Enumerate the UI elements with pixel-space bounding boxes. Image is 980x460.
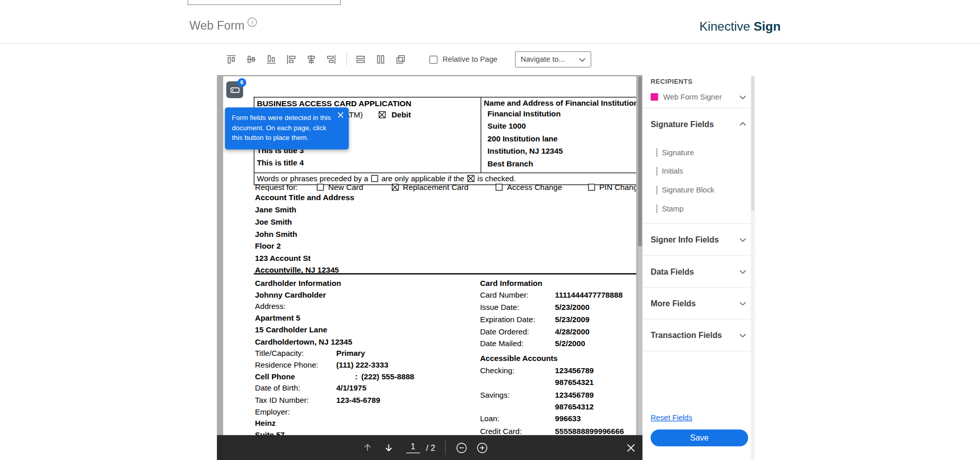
- match-size-icon[interactable]: [396, 55, 406, 65]
- field-item-initials[interactable]: Initials: [651, 162, 746, 181]
- field-label: Tax ID Number:: [255, 395, 336, 406]
- account-line: Floor 2: [255, 240, 355, 253]
- chevron-down-icon: [740, 237, 746, 242]
- field-label: Date Ordered:: [480, 326, 555, 338]
- replacement-card-checkbox: [391, 184, 398, 190]
- field-value: 5/23/2000: [555, 302, 590, 314]
- sidebar-scrollbar-thumb[interactable]: [751, 76, 754, 210]
- account-row: Savings:123456789987654312: [480, 389, 636, 414]
- page-number-input[interactable]: 1: [406, 442, 420, 453]
- match-width-icon[interactable]: [356, 55, 366, 65]
- fi-line: Financial Institution: [487, 108, 636, 120]
- viewer-bottom-bar: 1 / 2: [217, 435, 643, 460]
- relative-to-page-label: Relative to Page: [443, 55, 498, 64]
- zoom-in-icon[interactable]: [476, 442, 488, 453]
- atm-debit-line: (ATM) Debit: [342, 111, 478, 119]
- form-title-4: This is title 4: [257, 157, 478, 169]
- access-change-label: Access Change: [507, 183, 562, 192]
- account-line: John Smith: [255, 229, 355, 241]
- debit-label: Debit: [391, 111, 411, 119]
- chevron-down-icon: [740, 95, 746, 100]
- app-root: Web Form i Kinective Sign Relative to Pa…: [0, 0, 980, 460]
- brand-name: Kinective: [699, 19, 750, 33]
- card-information-section: Card Information Card Number:11114444777…: [480, 278, 636, 438]
- brand-logo: Kinective Sign: [699, 19, 780, 34]
- new-card-checkbox: [317, 184, 324, 190]
- account-number: 987654312: [555, 401, 594, 414]
- tooltip-close-icon[interactable]: [337, 112, 344, 118]
- toolbar-divider: [346, 53, 347, 65]
- section-data-fields: Data Fields: [643, 256, 755, 287]
- application-title: BUSINESS ACCESS CARD APPLICATION: [257, 100, 478, 108]
- field-colon: :: [355, 371, 361, 383]
- request-for-row: Request for: New Card Replacement Card A…: [255, 183, 636, 192]
- checked-checkbox: [468, 175, 474, 182]
- pin-change-label: PIN Change: [599, 183, 636, 192]
- align-bottom-icon[interactable]: [266, 55, 277, 65]
- replacement-card-label: Replacement Card: [403, 183, 469, 192]
- field-row: Date Ordered:4/28/2000: [480, 326, 636, 338]
- cardholder-header: Cardholder Information: [255, 278, 478, 289]
- brand-name-bold: Sign: [753, 19, 780, 33]
- field-value: Primary: [336, 348, 365, 359]
- place-fields-button[interactable]: 6: [226, 81, 243, 98]
- align-right-icon[interactable]: [326, 55, 336, 65]
- field-value: (222) 555-8888: [361, 371, 414, 383]
- account-line: Accountville, NJ 12345: [255, 265, 355, 277]
- transaction-fields-header[interactable]: Transaction Fields: [651, 320, 746, 351]
- address-line: Apartment 5: [255, 312, 478, 324]
- account-number: 123456789: [555, 365, 594, 377]
- field-item-label: Signature Block: [662, 186, 715, 195]
- fi-line: Suite 1000: [487, 120, 636, 132]
- page-title: Web Form: [189, 19, 244, 33]
- recipient-selector[interactable]: Web Form Signer: [651, 90, 746, 104]
- relative-to-page-checkbox[interactable]: [429, 55, 437, 63]
- signer-info-fields-header[interactable]: Signer Info Fields: [651, 224, 746, 255]
- navigate-to-value: Navigate to...: [521, 55, 565, 64]
- align-center-icon[interactable]: [306, 55, 316, 65]
- document-scrollbar-thumb[interactable]: [638, 76, 642, 246]
- zoom-out-icon[interactable]: [456, 442, 468, 453]
- request-option: New Card: [317, 183, 363, 192]
- more-fields-header[interactable]: More Fields: [651, 287, 746, 319]
- sidebar-scrollbar[interactable]: [751, 75, 755, 460]
- align-left-icon[interactable]: [286, 55, 297, 65]
- previous-page-icon[interactable]: [362, 443, 373, 453]
- align-top-icon[interactable]: [226, 55, 236, 65]
- sidebar-footer: Reset Fields Save: [651, 411, 748, 447]
- field-row: Issue Date:5/23/2000: [480, 302, 636, 314]
- access-change-checkbox: [496, 184, 502, 190]
- account-number: 123456789: [555, 389, 594, 401]
- field-label: Cell Phone: [255, 371, 355, 383]
- next-page-icon[interactable]: [384, 443, 394, 453]
- field-item-stamp[interactable]: Stamp: [651, 200, 746, 219]
- page-count-label: / 2: [426, 443, 435, 452]
- request-option: PIN Change: [588, 183, 636, 192]
- field-row: Card Number:1111444477778888: [480, 289, 636, 302]
- field-value: 1111444477778888: [555, 289, 623, 302]
- financial-institution-cell: Name and Address of Financial Institutio…: [481, 98, 636, 173]
- field-item-label: Stamp: [662, 204, 683, 213]
- reset-fields-link[interactable]: Reset Fields: [651, 413, 693, 422]
- account-title-address-section: Account Title and Address Jane Smith Joe…: [255, 193, 355, 277]
- new-card-label: New Card: [328, 183, 363, 192]
- financial-institution-header: Name and Address of Financial Institutio…: [484, 99, 636, 107]
- match-height-icon[interactable]: [376, 55, 386, 65]
- cardholder-information-section: Cardholder Information Johnny Cardholder…: [255, 278, 478, 442]
- drag-handle-icon: [656, 186, 657, 195]
- close-viewer-icon[interactable]: [627, 435, 635, 460]
- navigate-to-dropdown[interactable]: Navigate to...: [515, 51, 591, 67]
- debit-checkbox: [379, 111, 385, 118]
- data-fields-header[interactable]: Data Fields: [651, 256, 746, 287]
- tooltip-text: Form fields were detected in this docume…: [232, 114, 331, 141]
- fields-detected-tooltip: Form fields were detected in this docume…: [225, 108, 349, 150]
- align-middle-icon[interactable]: [246, 55, 256, 65]
- document-scrollbar[interactable]: [638, 76, 643, 460]
- address-line: Cardholdertown, NJ 12345: [255, 336, 478, 348]
- save-button[interactable]: Save: [651, 429, 748, 446]
- section-divider-rule: [254, 273, 636, 274]
- info-icon[interactable]: i: [248, 17, 257, 27]
- signature-fields-header[interactable]: Signature Fields: [651, 108, 746, 139]
- field-item-signature[interactable]: Signature: [651, 143, 746, 162]
- field-item-signature-block[interactable]: Signature Block: [651, 181, 746, 200]
